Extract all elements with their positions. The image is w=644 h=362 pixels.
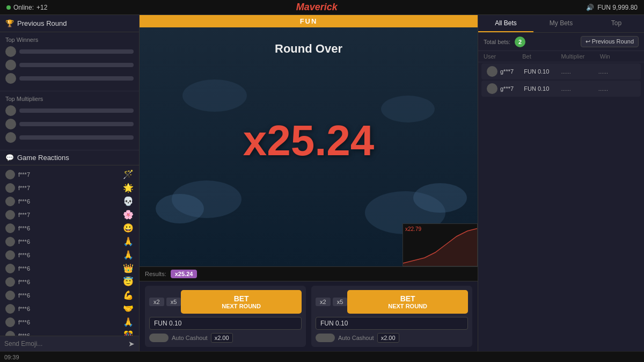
bet-controls: x2 x5 BET NEXT ROUND FUN 0.10 Auto Casho… — [140, 281, 478, 351]
reaction-left: f***6 — [5, 250, 30, 260]
bet-next-button-2[interactable]: BET NEXT ROUND — [347, 290, 468, 314]
reaction-user: f***7 — [18, 212, 30, 218]
prev-round-title: Previous Round — [17, 19, 67, 27]
bets-table-header: UserBetMultiplierWin — [478, 51, 644, 62]
reaction-emoji[interactable]: 🌸 — [123, 209, 134, 220]
reaction-user: f***6 — [18, 198, 30, 205]
prev-round-button[interactable]: ↩ Previous Round — [581, 36, 639, 47]
cashout-value-1[interactable]: x2.00 — [211, 333, 233, 343]
reaction-left: f***6 — [5, 291, 30, 300]
list-item: f***7 🌟 — [0, 181, 139, 194]
reaction-emoji[interactable]: 🙏 — [123, 236, 134, 247]
bet-multiplier-cell: ...... — [561, 85, 598, 92]
reaction-avatar — [5, 277, 15, 287]
bet-win-cell: ...... — [598, 85, 635, 92]
column-header: User — [484, 53, 522, 60]
list-item: f***6 🎊 — [0, 329, 139, 336]
auto-cashout-toggle-1[interactable] — [149, 334, 169, 342]
column-header: Win — [600, 53, 639, 60]
top-multipliers-label: Top Multipliers — [5, 96, 134, 102]
reaction-emoji[interactable]: 🪄 — [123, 169, 134, 179]
reaction-emoji[interactable]: 💪 — [123, 290, 134, 300]
reaction-emoji[interactable]: 😇 — [123, 277, 134, 287]
x2-button-1[interactable]: x2 — [149, 298, 164, 306]
total-bets-count: 2 — [515, 37, 525, 47]
header: Online: +12 Maverick 🔊 FUN 9,999.80 — [0, 0, 644, 15]
reaction-left: f***6 — [5, 331, 30, 336]
reaction-emoji[interactable]: 🙏 — [123, 250, 134, 260]
online-label: Online: — [13, 4, 34, 11]
table-row: g***7 FUN 0.10 ...... ...... — [481, 81, 641, 97]
tab-all-bets[interactable]: All Bets — [478, 15, 533, 32]
auto-cashout-row-2: Auto Cashout x2.00 — [316, 333, 468, 343]
reaction-left: f***6 — [5, 197, 30, 206]
results-bar: Results: x25.24 — [140, 266, 478, 281]
mult-bar-1 — [19, 108, 134, 113]
list-item: f***6 😀 — [0, 221, 139, 235]
x5-button-1[interactable]: x5 — [166, 298, 181, 306]
reaction-user: f***7 — [18, 185, 30, 191]
winner-row — [5, 60, 134, 70]
sound-icon[interactable]: 🔊 — [586, 4, 594, 11]
winner-row — [5, 73, 134, 84]
auto-cashout-label-1: Auto Cashout — [172, 335, 208, 341]
x2-button-2[interactable]: x2 — [316, 298, 331, 306]
main-layout: 🏆 Previous Round Top Winners Top Multipl… — [0, 15, 644, 351]
reaction-emoji[interactable]: 🌟 — [123, 183, 134, 193]
bet-amount-1[interactable]: FUN 0.10 — [149, 317, 302, 330]
list-item: f***6 😇 — [0, 275, 139, 288]
list-item: f***7 🪄 — [0, 168, 139, 181]
mult-row — [5, 105, 134, 116]
total-bets-label: Total bets: — [484, 39, 510, 45]
chat-icon: 💬 — [5, 154, 14, 162]
reaction-avatar — [5, 291, 15, 300]
bet-next-button-1[interactable]: BET NEXT ROUND — [181, 290, 302, 314]
auto-cashout-toggle-2[interactable] — [316, 334, 335, 342]
x5-button-2[interactable]: x5 — [333, 298, 348, 306]
list-item: f***7 🌸 — [0, 208, 139, 221]
reaction-left: f***6 — [5, 277, 30, 287]
list-item: f***6 💪 — [0, 288, 139, 302]
mult-avatar-2 — [5, 119, 16, 129]
column-header: Bet — [522, 53, 561, 60]
reaction-emoji[interactable]: 👑 — [123, 263, 134, 273]
cashout-value-2[interactable]: x2.00 — [377, 333, 399, 343]
bet-panel-1: x2 x5 BET NEXT ROUND FUN 0.10 Auto Casho… — [145, 286, 306, 347]
next-label-2: NEXT ROUND — [356, 303, 459, 309]
winner-avatar-3 — [5, 73, 16, 84]
top-winners-section: Top Winners — [0, 32, 139, 91]
reaction-avatar — [5, 210, 15, 220]
bet-amount-2[interactable]: FUN 0.10 — [316, 317, 468, 330]
winner-row — [5, 46, 134, 57]
emoji-input[interactable] — [4, 340, 125, 347]
send-emoji-button[interactable]: ➤ — [128, 339, 135, 348]
bet-middle-row-2: FUN 0.10 — [316, 317, 468, 330]
bet-label-2: BET — [356, 294, 459, 303]
list-item: f***6 💀 — [0, 194, 139, 208]
reaction-emoji[interactable]: 😀 — [123, 223, 134, 233]
mult-bar-3 — [19, 135, 134, 140]
bets-rows: g***7 FUN 0.10 ...... ...... g***7 FUN 0… — [478, 62, 644, 98]
tab-top[interactable]: Top — [589, 15, 644, 32]
reaction-avatar — [5, 170, 15, 179]
reaction-avatar — [5, 331, 15, 336]
reaction-emoji[interactable]: 🙏 — [123, 317, 134, 327]
bet-label-1: BET — [189, 294, 293, 303]
reaction-avatar — [5, 250, 15, 260]
reaction-emoji[interactable]: 🤝 — [123, 303, 134, 314]
reaction-left: f***7 — [5, 183, 30, 193]
bet-avatar — [487, 83, 497, 94]
bet-win-cell: ...... — [598, 68, 635, 75]
reaction-avatar — [5, 264, 15, 273]
reaction-emoji[interactable]: 💀 — [123, 196, 134, 206]
reaction-emoji[interactable]: 🎊 — [123, 330, 134, 336]
bet-top-row-2: x2 x5 BET NEXT ROUND — [316, 290, 468, 314]
winner-bar-2 — [19, 63, 134, 67]
bets-meta: Total bets: 2 ↩ Previous Round — [478, 33, 644, 51]
bet-panel-2: x2 x5 BET NEXT ROUND FUN 0.10 Auto Casho… — [311, 286, 472, 347]
results-label: Results: — [145, 271, 166, 277]
reaction-user: f***6 — [18, 225, 30, 231]
tab-my-bets[interactable]: My Bets — [533, 15, 589, 32]
prev-round-header: 🏆 Previous Round — [0, 15, 139, 32]
winner-bar-3 — [19, 76, 134, 81]
